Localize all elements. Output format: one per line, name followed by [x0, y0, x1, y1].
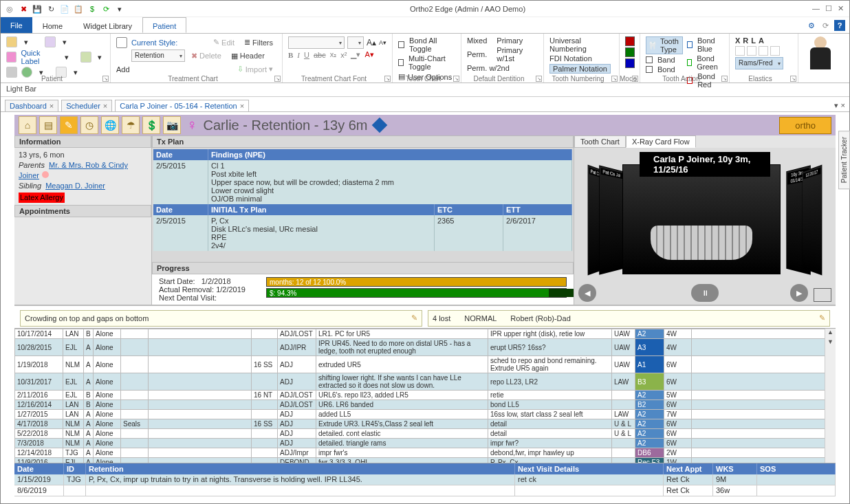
elastics-launcher[interactable]: ↘ [790, 76, 796, 82]
umbrella-icon[interactable]: ☂ [122, 116, 140, 134]
sibling-link[interactable]: Meagan D. Joiner [45, 182, 105, 190]
close-icon[interactable]: × [50, 102, 54, 110]
mode-green[interactable] [625, 47, 635, 57]
style-combo[interactable]: Retention [131, 50, 185, 62]
refresh-icon-right[interactable]: ⟳ [820, 21, 830, 30]
patient-tracker-tab[interactable]: Patient Tracker [838, 131, 850, 189]
xray-pause-button[interactable]: ⏸ [691, 284, 719, 302]
parents-alert-icon[interactable] [42, 171, 49, 178]
target-icon[interactable]: ◎ [5, 4, 14, 14]
refresh-icon[interactable]: ↻ [46, 4, 56, 14]
dec-font-icon[interactable]: A▾ [379, 39, 386, 46]
l-slot[interactable] [759, 46, 768, 56]
close-icon[interactable]: × [103, 102, 107, 110]
header-button[interactable]: ▦Header [228, 50, 268, 62]
footer-row[interactable]: 8/6/2019Ret Ck36w [14, 485, 836, 496]
notes-left[interactable]: Crowding on top and gaps on bottom ✎ [20, 310, 422, 327]
widget-library-tab[interactable]: Widget Library [73, 17, 142, 33]
globe-icon[interactable]: 🌐 [101, 116, 119, 134]
patient2-icon[interactable] [45, 36, 56, 47]
table-row[interactable]: 12/14/2018TJGAAloneADJ/Imprimpr fwr'sdeb… [15, 448, 836, 458]
primary1st-opt[interactable]: Primary w/1st [497, 46, 538, 63]
doc-icon[interactable]: 📄 [60, 4, 69, 14]
table-row[interactable]: 10/31/2017EJLAAloneADJshifting lower rig… [15, 373, 836, 391]
sync-icon[interactable]: ⟳ [101, 4, 111, 14]
multichart-check[interactable] [398, 59, 404, 66]
table-row[interactable]: 10/17/2014LANBAloneADJ/LOSTLR1. PC for U… [15, 329, 836, 339]
numbering-launcher[interactable]: ↘ [611, 76, 618, 82]
tabs-close-icon[interactable]: × [841, 101, 845, 110]
elastics-combo[interactable]: Rams/Fred [735, 57, 783, 69]
calendar-icon[interactable]: ◷ [80, 116, 98, 134]
size-combo[interactable] [347, 36, 364, 49]
maximize-icon[interactable]: ☐ [825, 4, 832, 13]
table-row[interactable]: 7/3/2018NLMAAloneADJdetailed. triangle r… [15, 439, 836, 448]
xray-stack-button[interactable] [814, 288, 831, 302]
palmer-opt[interactable]: Palmer Notation [549, 64, 611, 74]
save-icon[interactable]: 💾 [32, 4, 42, 14]
mode-red[interactable] [625, 36, 635, 46]
dropdown-icon[interactable]: ▾ [21, 37, 31, 47]
fdi-opt[interactable]: FDI Notation [549, 54, 592, 63]
pencil-icon[interactable]: ✎ [411, 314, 417, 322]
primary-opt[interactable]: Primary [497, 36, 523, 45]
table-row[interactable]: 5/22/2018NLMAAloneADJdetailed. cont elas… [15, 429, 836, 439]
pencil-icon[interactable]: ✎ [819, 314, 825, 322]
table-row[interactable]: 1/27/2015LANAAloneADJadded LL516ss low, … [15, 410, 836, 419]
perm-opt[interactable]: Perm. [467, 50, 487, 58]
tooth-type-icon[interactable]: 🦷 [648, 41, 657, 50]
xray-next-button[interactable]: ▶ [790, 284, 808, 302]
overflow-icon[interactable]: ▾ [115, 4, 124, 14]
sub-button[interactable]: x₂ [330, 50, 337, 59]
r-slot[interactable] [747, 46, 756, 56]
label-icon[interactable] [6, 52, 17, 63]
strike-button[interactable]: abc [314, 51, 326, 59]
close-record-icon[interactable]: ✖ [19, 4, 28, 14]
table-row[interactable]: 10/28/2015EJLAAloneADJ/IPRIPR UR45. Need… [15, 339, 836, 356]
close-icon[interactable]: × [240, 102, 244, 110]
toothchart-launcher[interactable]: ↘ [453, 76, 459, 82]
font-combo[interactable] [288, 36, 345, 49]
home-icon[interactable]: ⌂ [19, 116, 36, 134]
table-row[interactable]: 2/11/2016EJLBAlone16 NTADJ/LOSTURL6's. r… [15, 391, 836, 400]
user-avatar[interactable] [804, 35, 837, 73]
xray-prev-button[interactable]: ◀ [578, 284, 596, 302]
gear-icon[interactable]: ⚙ [807, 21, 816, 30]
clipboard-icon[interactable]: 📋 [74, 4, 83, 14]
a-slot[interactable] [770, 46, 780, 56]
treatment-chart-launcher[interactable]: ↘ [274, 76, 281, 82]
xray-image[interactable] [622, 164, 781, 274]
dropdown-icon[interactable]: ▾ [60, 37, 69, 47]
money-icon[interactable]: $ [87, 4, 97, 14]
mode-blue[interactable] [625, 58, 635, 68]
perm2nd-opt[interactable]: Perm. w/2nd [467, 64, 510, 72]
table-row[interactable]: 1/19/2018NLMAAlone16 SSADJextruded UR5sc… [15, 356, 836, 373]
font-launcher[interactable]: ↘ [384, 76, 391, 82]
minimize-icon[interactable]: — [812, 4, 820, 13]
scheduler-tab[interactable]: Scheduler× [61, 100, 112, 111]
tooth-chart-tab[interactable]: Tooth Chart [574, 135, 626, 148]
dashboard-tab[interactable]: Dashboard× [5, 100, 58, 111]
table-row[interactable]: 12/16/2014LANBAloneADJ/LOSTUR6. LR6 band… [15, 400, 836, 410]
ortho-button[interactable]: ortho [779, 117, 831, 134]
table-row[interactable]: 4/17/2018NLMAAloneSeals16 SSADJExtrude U… [15, 419, 836, 429]
bondall-check[interactable] [398, 41, 404, 48]
fontcolor-button[interactable]: A▾ [364, 50, 373, 59]
x-slot[interactable] [735, 46, 745, 56]
style-icon[interactable] [116, 37, 127, 48]
treatment-grid[interactable]: 10/17/2014LANBAloneADJ/LOSTLR1. PC for U… [14, 328, 836, 463]
footer-row[interactable]: 1/15/2019TJGP, Px, Cx, impr up trutain t… [14, 474, 836, 485]
highlight-button[interactable]: ▁▾ [351, 50, 360, 59]
mixed-opt[interactable]: Mixed [467, 36, 487, 45]
underline-button[interactable]: U [304, 51, 309, 59]
patient-tab[interactable]: Patient [142, 17, 186, 33]
tabs-overflow-icon[interactable]: ▾ [834, 101, 838, 110]
camera-icon[interactable]: 📷 [163, 116, 181, 134]
xray-flow-tab[interactable]: X-Ray Card Flow [626, 135, 696, 148]
form-icon[interactable]: ▤ [39, 116, 57, 134]
patient1-icon[interactable] [6, 36, 17, 47]
bold-button[interactable]: B [288, 51, 293, 59]
help-icon[interactable]: ? [834, 20, 845, 31]
home-tab[interactable]: Home [32, 17, 73, 33]
filters-button[interactable]: ≣Filters [241, 36, 276, 48]
